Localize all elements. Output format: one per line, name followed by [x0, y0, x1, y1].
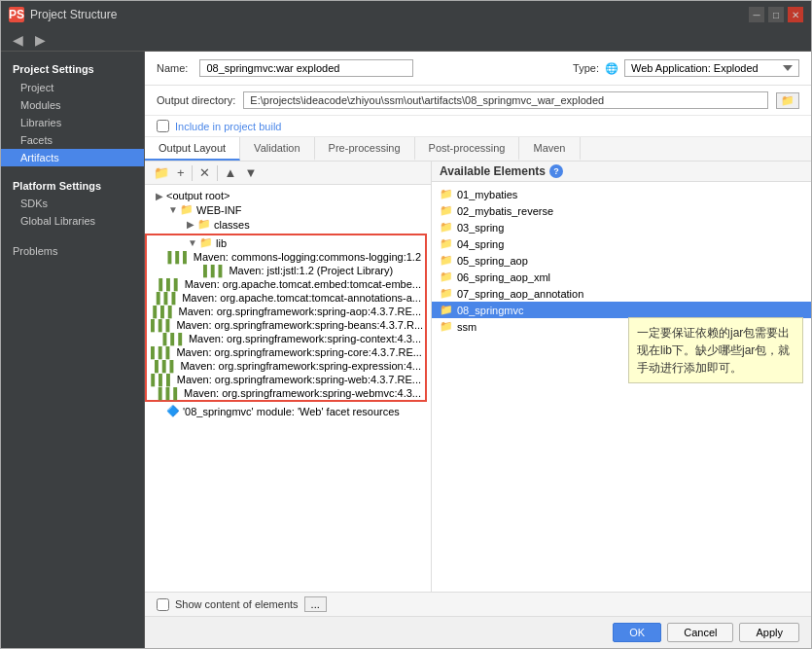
tab-pre-processing[interactable]: Pre-processing	[315, 137, 415, 161]
tree-node-maven-commons[interactable]: ▌▌▌ Maven: commons-logging:commons-loggi…	[147, 250, 425, 264]
show-content-label: Show content of elements	[175, 598, 299, 610]
toggle-lib[interactable]: ▼	[186, 237, 199, 248]
tree-node-maven-spring-web[interactable]: ▌▌▌ Maven: org.springframework:spring-we…	[147, 373, 425, 386]
move-up-button[interactable]: ▲	[222, 164, 240, 181]
sidebar-item-libraries[interactable]: Libraries	[1, 114, 144, 131]
tree-node-maven-spring-expr[interactable]: ▌▌▌ Maven: org.springframework:spring-ex…	[147, 359, 425, 373]
output-layout-content: 📁 + ✕ ▲ ▼ ▶ <output root>	[145, 162, 811, 592]
avail-item-02-mybatis-reverse[interactable]: 📁 02_mybatis_reverse	[432, 202, 811, 219]
close-button[interactable]: ✕	[788, 7, 803, 22]
type-section: Type: 🌐 Web Application: Exploded	[573, 59, 799, 77]
tree-node-lib[interactable]: ▼ 📁 lib	[147, 235, 425, 250]
toggle-web-inf[interactable]: ▼	[166, 204, 180, 215]
tree-node-output-root[interactable]: ▶ <output root>	[145, 189, 431, 202]
maximize-button[interactable]: □	[768, 7, 784, 22]
tree-node-maven-spring-core[interactable]: ▌▌▌ Maven: org.springframework:spring-co…	[147, 345, 425, 359]
sidebar-item-artifacts[interactable]: Artifacts	[1, 149, 144, 166]
tree-node-maven-spring-webmvc[interactable]: ▌▌▌ Maven: org.springframework:spring-we…	[147, 386, 425, 400]
tab-maven[interactable]: Maven	[519, 137, 580, 161]
sidebar-item-sdks[interactable]: SDKs	[1, 195, 144, 212]
tab-post-processing[interactable]: Post-processing	[415, 137, 520, 161]
sidebar-item-global-libraries[interactable]: Global Libraries	[1, 212, 144, 230]
show-content-checkbox[interactable]	[157, 598, 169, 611]
tree-toolbar: 📁 + ✕ ▲ ▼	[145, 162, 431, 185]
forward-button[interactable]: ▶	[31, 32, 50, 48]
ellipsis-button[interactable]: ...	[304, 596, 327, 612]
avail-label-02: 02_mybatis_reverse	[457, 205, 553, 217]
toggle-classes[interactable]: ▶	[184, 219, 197, 230]
artifact-header: Name: Type: 🌐 Web Application: Exploded	[145, 52, 811, 86]
folder-icon-classes: 📁	[197, 218, 211, 231]
maven-commons-label: Maven: commons-logging:commons-logging:1…	[194, 251, 421, 263]
toggle-output-root[interactable]: ▶	[153, 191, 166, 201]
avail-item-06-spring-aop-xml[interactable]: 📁 06_spring_aop_xml	[432, 269, 811, 285]
tree-node-maven-tomcat-annot[interactable]: ▌▌▌ Maven: org.apache.tomcat:tomcat-anno…	[147, 291, 425, 305]
folder-icon-web-inf: 📁	[180, 203, 194, 216]
ok-button[interactable]: OK	[613, 623, 661, 642]
minimize-button[interactable]: ─	[749, 7, 764, 22]
add-element-button[interactable]: 📁	[151, 164, 172, 181]
include-build-checkbox[interactable]	[157, 120, 169, 132]
sidebar-item-problems[interactable]: Problems	[1, 237, 144, 265]
avail-item-05-spring-aop[interactable]: 📁 05_spring_aop	[432, 252, 811, 269]
jar-icon-commons: ▌▌▌	[167, 251, 190, 263]
browse-folder-button[interactable]: 📁	[776, 92, 799, 109]
nav-bar: ◀ ▶	[1, 28, 811, 52]
remove-button[interactable]: ✕	[196, 164, 213, 181]
tree-node-web-inf[interactable]: ▼ 📁 WEB-INF	[145, 202, 431, 217]
sidebar-item-facets[interactable]: Facets	[1, 131, 144, 149]
help-icon[interactable]: ?	[549, 164, 563, 178]
include-build-link[interactable]: Include in project build	[175, 121, 281, 132]
lib-red-border: ▼ 📁 lib ▌▌▌ Maven: commons-logging:commo…	[145, 234, 427, 402]
avail-item-03-spring[interactable]: 📁 03_spring	[432, 219, 811, 235]
folder-icon-08: 📁	[440, 304, 453, 316]
output-root-label: <output root>	[166, 190, 229, 201]
right-panel: Name: Type: 🌐 Web Application: Exploded …	[145, 52, 811, 648]
tab-output-layout[interactable]: Output Layout	[145, 137, 240, 161]
project-settings-section-title: Project Settings	[1, 59, 144, 79]
toolbar-separator	[192, 165, 193, 181]
jar-icon-spring-expr: ▌▌▌	[155, 360, 177, 372]
tree-node-maven-jstl[interactable]: ▌▌▌ Maven: jstl:jstl:1.2 (Project Librar…	[147, 264, 425, 277]
jar-icon-tomcat-annot: ▌▌▌	[157, 292, 179, 304]
maven-spring-core-label: Maven: org.springframework:spring-core:4…	[176, 346, 422, 358]
left-tree-panel: 📁 + ✕ ▲ ▼ ▶ <output root>	[145, 162, 432, 592]
sidebar-item-project[interactable]: Project	[1, 79, 144, 96]
folder-icon-04: 📁	[440, 237, 453, 250]
tab-validation[interactable]: Validation	[240, 137, 315, 161]
tree-node-maven-spring-context[interactable]: ▌▌▌ Maven: org.springframework:spring-co…	[147, 332, 425, 345]
tree-node-module-web[interactable]: 🔷 '08_springmvc' module: 'Web' facet res…	[145, 404, 431, 418]
avail-label-05: 05_spring_aop	[457, 255, 528, 267]
avail-item-04-spring[interactable]: 📁 04_spring	[432, 235, 811, 252]
output-dir-input[interactable]	[243, 91, 768, 109]
tree-node-classes[interactable]: ▶ 📁 classes	[145, 217, 431, 232]
tree-node-maven-tomcat-embed[interactable]: ▌▌▌ Maven: org.apache.tomcat.embed:tomca…	[147, 277, 425, 291]
title-bar-left: PS Project Structure	[9, 7, 117, 22]
tree-node-maven-spring-aop[interactable]: ▌▌▌ Maven: org.springframework:spring-ao…	[147, 305, 425, 318]
include-build-row: Include in project build	[145, 116, 811, 137]
name-label: Name:	[157, 62, 188, 74]
project-structure-window: PS Project Structure ─ □ ✕ ◀ ▶ Project S…	[0, 0, 812, 649]
bottom-bar: Show content of elements ...	[145, 592, 811, 616]
avail-item-07-spring-aop-annotation[interactable]: 📁 07_spring_aop_annotation	[432, 285, 811, 302]
move-down-button[interactable]: ▼	[241, 164, 260, 181]
avail-label-07: 07_spring_aop_annotation	[457, 288, 583, 300]
add-jar-button[interactable]: +	[174, 164, 188, 181]
folder-icon-ssm: 📁	[440, 320, 453, 333]
cancel-button[interactable]: Cancel	[667, 623, 733, 642]
maven-spring-webmvc-label: Maven: org.springframework:spring-webmvc…	[184, 387, 421, 399]
module-web-label: '08_springmvc' module: 'Web' facet resou…	[183, 406, 400, 417]
avail-label-01: 01_mybaties	[457, 189, 517, 200]
avail-item-08-springmvc[interactable]: 📁 08_springmvc	[432, 302, 811, 318]
avail-label-08: 08_springmvc	[457, 305, 523, 316]
sidebar-item-modules[interactable]: Modules	[1, 96, 144, 114]
avail-item-01-mybaties[interactable]: 📁 01_mybaties	[432, 186, 811, 202]
title-bar: PS Project Structure ─ □ ✕	[1, 1, 811, 28]
type-select[interactable]: Web Application: Exploded	[624, 59, 799, 77]
name-input[interactable]	[199, 59, 413, 77]
folder-icon-03: 📁	[440, 221, 453, 234]
tree-node-maven-spring-beans[interactable]: ▌▌▌ Maven: org.springframework:spring-be…	[147, 318, 425, 332]
back-button[interactable]: ◀	[9, 32, 27, 48]
folder-icon-01: 📁	[440, 188, 453, 200]
apply-button[interactable]: Apply	[739, 623, 799, 642]
